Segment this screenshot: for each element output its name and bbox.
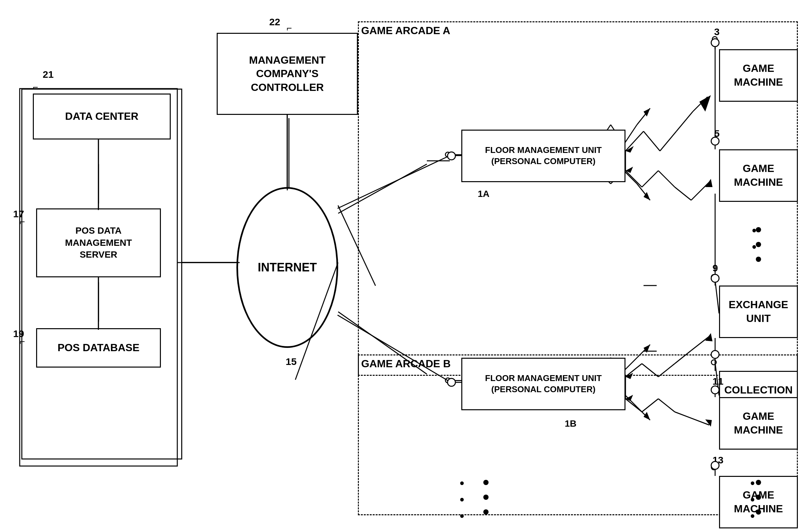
node-dot-gm13: [711, 464, 717, 470]
ellipsis-gm-top2: •: [752, 239, 758, 254]
ref-15: 15: [286, 356, 296, 367]
line-datacenter-to-pos: [98, 139, 99, 210]
ref-9: 9: [712, 263, 718, 274]
game-arcade-b-label: GAME ARCADE B: [361, 358, 451, 370]
game-machine-5-box: GAMEMACHINE: [719, 149, 798, 202]
game-arcade-a-label: GAME ARCADE A: [361, 24, 450, 37]
ellipsis-gm-top: •: [752, 223, 758, 238]
pos-data-mgmt-server-box: POS DATAMANAGEMENTSERVER: [36, 209, 161, 277]
node-dot-gm3: [712, 36, 718, 42]
node-dot-eu: [711, 274, 717, 280]
management-controller-box: MANAGEMENTCOMPANY'SCONTROLLER: [217, 33, 358, 115]
ref-11: 11: [712, 376, 723, 387]
ref-3: 3: [714, 26, 720, 37]
ref-7: 7: [712, 350, 718, 361]
game-machine-13-box: GAMEMACHINE: [719, 476, 798, 528]
ellipsis-bottom-right3: •: [750, 509, 755, 523]
ellipsis-bottom-right2: •: [750, 492, 755, 507]
internet-ellipse: INTERNET: [237, 187, 338, 348]
ref-21: 21: [43, 69, 53, 80]
game-machine-11-box: GAMEMACHINE: [719, 397, 798, 450]
ellipsis-bottom-left: •: [460, 476, 464, 491]
line-datacenter-to-internet: [182, 262, 241, 263]
floor-mgmt-b-box: FLOOR MANAGEMENT UNIT(PERSONAL COMPUTER): [461, 358, 626, 410]
node-dot-floor-b: [445, 378, 451, 383]
ref-13: 13: [712, 454, 723, 466]
ellipsis-bottom-right: •: [750, 476, 755, 491]
diagram: 21 ⌐ DATA CENTER 17 ⌐ POS DATAMANAGEMENT…: [0, 0, 810, 532]
node-line-floor-a: [451, 154, 462, 155]
ref-22: 22: [269, 16, 280, 28]
game-machine-3-box: GAMEMACHINE: [719, 49, 798, 102]
node-dot-gm5: [712, 138, 718, 144]
exchange-unit-box: EXCHANGEUNIT: [719, 285, 798, 338]
node-dot-floor-a: [445, 152, 451, 157]
ref-5: 5: [714, 128, 720, 139]
pos-database-box: POS DATABASE: [36, 328, 161, 368]
floor-mgmt-a-box: FLOOR MANAGEMENT UNIT(PERSONAL COMPUTER): [461, 130, 626, 182]
node-dot-cu: [711, 359, 717, 365]
ref-1b: 1B: [565, 418, 577, 429]
ref-1a: 1A: [478, 189, 489, 199]
ellipsis-bottom-left2: •: [460, 492, 464, 507]
node-line-floor-b: [451, 380, 462, 381]
line-pos-server-to-db: [98, 277, 99, 330]
ellipsis-bottom-left3: •: [460, 509, 464, 523]
node-dot-gm11: [711, 387, 717, 393]
